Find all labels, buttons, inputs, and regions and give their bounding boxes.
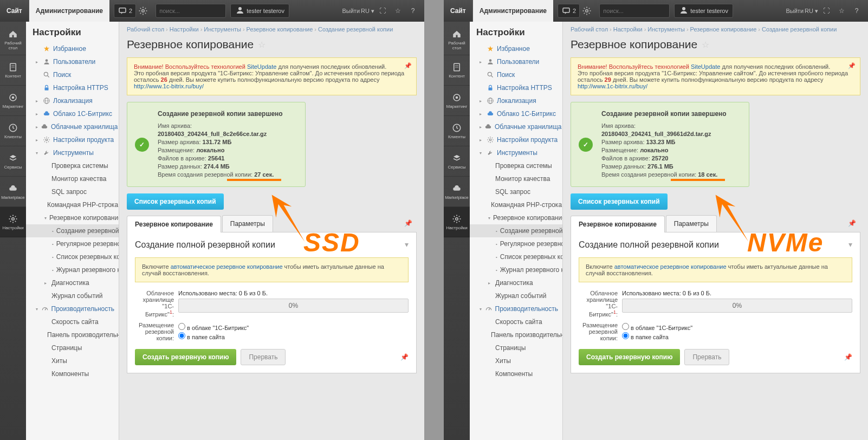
logout-link[interactable]: Выйти <box>786 4 804 18</box>
fav-icon[interactable]: ☆ <box>702 40 709 50</box>
sidebar-subitem[interactable]: Компоненты <box>470 367 562 380</box>
gear-icon[interactable] <box>580 4 594 18</box>
sidebar-subitem[interactable]: ▾Резервное копирование <box>470 211 562 224</box>
leftrail-desktop[interactable]: Рабочийстол <box>0 25 26 55</box>
breadcrumb-link[interactable]: Настройки <box>170 26 199 33</box>
sidebar-item[interactable]: ▸Облако 1С-Битрикс <box>26 107 119 120</box>
collapse-icon[interactable]: ▾ <box>848 240 852 249</box>
sidebar-item[interactable]: ▸Локализация <box>470 94 562 107</box>
notif-badge[interactable]: 2 <box>114 4 136 18</box>
radio-folder[interactable]: в папке сайта <box>178 332 409 340</box>
sidebar-item[interactable]: Настройка HTTPS <box>26 81 119 94</box>
buy-link[interactable]: http://www.1c-bitrix.ru/buy/ <box>578 83 647 89</box>
sidebar-subitem2[interactable]: •Создание резервной ко <box>26 224 119 237</box>
leftrail-services[interactable]: Сервисы <box>444 146 470 177</box>
sidebar-item[interactable]: Настройка HTTPS <box>470 81 562 94</box>
sidebar-subitem[interactable]: ▸Диагностика <box>26 276 119 289</box>
sidebar-item[interactable]: ▸Пользователи <box>470 55 562 68</box>
sidebar-subitem[interactable]: SQL запрос <box>470 185 562 198</box>
tab-params[interactable]: Параметры <box>666 215 717 232</box>
sidebar-subitem[interactable]: Проверка системы <box>26 159 119 172</box>
sidebar-subitem[interactable]: Компоненты <box>26 367 119 380</box>
auto-backup-link[interactable]: автоматическое резервное копирование <box>614 263 727 270</box>
sidebar-item[interactable]: ▸Облако 1С-Битрикс <box>470 107 562 120</box>
cancel-button[interactable]: Прервать <box>684 349 729 365</box>
sidebar-item[interactable]: ▸Облачные хранилища <box>470 120 562 133</box>
sidebar-subitem[interactable]: Журнал событий <box>26 289 119 302</box>
sidebar-subitem2[interactable]: •Регулярное резервное <box>470 237 562 250</box>
search-input[interactable] <box>159 8 234 14</box>
sidebar-item[interactable]: Избранное <box>470 42 562 55</box>
sidebar-subitem2[interactable]: •Список резервных копи <box>470 250 562 263</box>
create-backup-button[interactable]: Создать резервную копию <box>579 349 680 365</box>
sidebar-item[interactable]: Избранное <box>26 42 119 55</box>
list-backups-button[interactable]: Список резервных копий <box>571 193 668 210</box>
leftrail-marketplace[interactable]: Marketplace <box>444 177 470 207</box>
logout-link[interactable]: Выйти <box>342 4 360 18</box>
radio-cloud[interactable]: в облаке "1С-Битрикс" <box>178 323 409 331</box>
cancel-button[interactable]: Прервать <box>241 349 286 365</box>
leftrail-clients[interactable]: Клиенты <box>0 116 26 146</box>
sidebar-subitem2[interactable]: •Журнал резервного коп <box>470 263 562 276</box>
expand-icon[interactable]: ⛶ <box>375 4 390 18</box>
leftrail-clients[interactable]: Клиенты <box>444 116 470 146</box>
user-box[interactable]: tester testerov <box>230 4 289 18</box>
siteupdate-link[interactable]: SiteUpdate <box>691 63 720 70</box>
user-box[interactable]: tester testerov <box>674 4 733 18</box>
breadcrumb-link[interactable]: Рабочий стол <box>571 26 608 33</box>
pin-icon[interactable]: 📌 <box>404 62 412 69</box>
breadcrumb-link[interactable]: Создание резервной копии <box>762 26 837 33</box>
sidebar-subitem[interactable]: Панель производительнос <box>470 328 562 341</box>
sidebar-subitem2[interactable]: •Список резервных копи <box>26 250 119 263</box>
radio-cloud[interactable]: в облаке "1С-Битрикс" <box>622 323 852 331</box>
pin-icon[interactable]: 📌 <box>844 215 860 232</box>
sidebar-subitem[interactable]: Монитор качества <box>470 172 562 185</box>
siteupdate-link[interactable]: SiteUpdate <box>247 63 276 70</box>
sidebar-subitem2[interactable]: •Создание резервной ко <box>470 224 562 237</box>
breadcrumb-link[interactable]: Рабочий стол <box>127 26 164 33</box>
fav-icon[interactable]: ☆ <box>258 40 265 50</box>
sidebar-item[interactable]: ▸Облачные хранилища <box>26 120 119 133</box>
site-tab[interactable]: Сайт <box>444 0 473 22</box>
sidebar-subitem[interactable]: Скорость сайта <box>470 315 562 328</box>
site-tab[interactable]: Сайт <box>0 0 29 22</box>
star-icon[interactable]: ☆ <box>834 4 848 18</box>
sidebar-item[interactable]: ▸Настройки продукта <box>470 133 562 146</box>
leftrail-marketplace[interactable]: Marketplace <box>0 177 26 207</box>
sidebar-subitem[interactable]: Командная PHP-строка <box>470 198 562 211</box>
leftrail-content[interactable]: Контент <box>0 55 26 86</box>
admin-tab[interactable]: Администрирование <box>473 0 553 22</box>
leftrail-settings[interactable]: Настройки <box>444 207 470 237</box>
radio-folder[interactable]: в папке сайта <box>622 332 852 340</box>
leftrail-services[interactable]: Сервисы <box>0 146 26 177</box>
breadcrumb-link[interactable]: Инструменты <box>204 26 241 33</box>
sidebar-subitem[interactable]: Журнал событий <box>470 289 562 302</box>
sidebar-subitem[interactable]: Страницы <box>470 341 562 354</box>
pin-icon[interactable]: 📌 <box>844 353 852 361</box>
auto-backup-link[interactable]: автоматическое резервное копирование <box>171 263 283 270</box>
search-box[interactable] <box>156 4 226 18</box>
buy-link[interactable]: http://www.1c-bitrix.ru/buy/ <box>134 83 204 89</box>
tab-backup[interactable]: Резервное копирование <box>127 216 221 232</box>
sidebar-item[interactable]: ▾Производительность <box>470 302 562 315</box>
leftrail-settings[interactable]: Настройки <box>0 207 26 237</box>
search-input[interactable] <box>603 8 678 14</box>
list-backups-button[interactable]: Список резервных копий <box>127 193 224 210</box>
search-box[interactable] <box>599 4 670 18</box>
sidebar-subitem[interactable]: Страницы <box>26 341 119 354</box>
sidebar-subitem[interactable]: SQL запрос <box>26 185 119 198</box>
pin-icon[interactable]: 📌 <box>400 353 409 361</box>
pin-icon[interactable]: 📌 <box>400 215 417 232</box>
tab-backup[interactable]: Резервное копирование <box>571 216 665 232</box>
breadcrumb-link[interactable]: Настройки <box>613 26 643 33</box>
leftrail-marketing[interactable]: Маркетинг <box>0 86 26 116</box>
sidebar-item[interactable]: ▾Инструменты <box>470 146 562 159</box>
sidebar-item[interactable]: ▾Инструменты <box>26 146 119 159</box>
help-icon[interactable]: ? <box>850 4 864 18</box>
sidebar-subitem2[interactable]: •Регулярное резервное <box>26 237 119 250</box>
sidebar-subitem[interactable]: Панель производительнос <box>26 328 119 341</box>
tab-params[interactable]: Параметры <box>222 215 273 232</box>
breadcrumb-link[interactable]: Инструменты <box>647 26 685 33</box>
expand-icon[interactable]: ⛶ <box>819 4 833 18</box>
create-backup-button[interactable]: Создать резервную копию <box>135 349 236 365</box>
